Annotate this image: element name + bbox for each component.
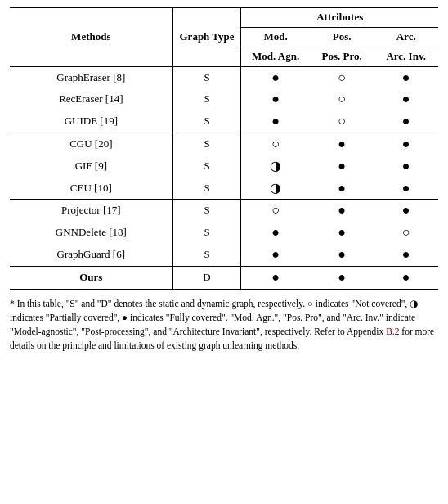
pos-cell: ○ [310,88,374,110]
arc-cell: ● [374,110,438,133]
method-cell: Projector [17] [10,200,172,222]
table-footnote: * In this table, "S" and "D" denotes the… [10,297,438,353]
arc-cell: ○ [374,222,438,244]
arc-cell: ● [374,178,438,200]
pos-pro-header: Pos. [310,27,374,47]
mod-cell: ● [241,222,310,244]
graph-type-cell: S [172,200,241,222]
graph-type-cell: S [172,88,241,110]
mod-cell: ● [241,110,310,133]
arc-cell: ● [374,155,438,178]
arc-cell: ● [374,133,438,155]
mod-cell: ◑ [241,178,310,200]
arc-inv-header: Arc. [374,27,438,47]
method-cell: Ours [10,266,172,289]
arc-cell: ● [374,66,438,88]
pos-cell: ● [310,155,374,178]
mod-cell: ◑ [241,155,310,178]
attributes-header: Attributes [241,7,438,27]
table-row: Projector [17]S○●● [10,200,438,222]
footnote-text: In this table, "S" and "D" denotes the s… [10,299,418,337]
comparison-table: Methods Graph Type Attributes Mod. Pos. … [10,7,438,290]
table-row: CEU [10]S◑●● [10,178,438,200]
pos-cell: ● [310,266,374,289]
graph-type-cell: S [172,244,241,266]
arc-cell: ● [374,200,438,222]
graph-type-cell: S [172,133,241,155]
mod-cell: ● [241,244,310,266]
mod-cell: ○ [241,200,310,222]
mod-cell: ● [241,66,310,88]
mod-cell: ● [241,88,310,110]
table-row: RecEraser [14]S●○● [10,88,438,110]
table-row: GNNDelete [18]S●●○ [10,222,438,244]
arc-cell: ● [374,244,438,266]
method-cell: GUIDE [19] [10,110,172,133]
table-row: OursD●●● [10,266,438,289]
graph-type-cell: S [172,66,241,88]
pos-cell: ● [310,222,374,244]
mod-agn-sub: Mod. Agn. [241,47,310,66]
method-cell: CEU [10] [10,178,172,200]
arc-cell: ● [374,88,438,110]
table-row: GraphGuard [6]S●●● [10,244,438,266]
footnote-link[interactable]: B.2 [386,326,399,336]
mod-agn-header: Mod. [241,27,310,47]
table-row: CGU [20]S○●● [10,133,438,155]
footnote-asterisk: * [10,299,17,308]
method-cell: GIF [9] [10,155,172,178]
methods-header: Methods [10,7,172,66]
table-container: Methods Graph Type Attributes Mod. Pos. … [10,7,438,353]
pos-cell: ○ [310,66,374,88]
method-cell: RecEraser [14] [10,88,172,110]
arc-inv-sub: Arc. Inv. [374,47,438,66]
pos-pro-sub: Pos. Pro. [310,47,374,66]
table-row: GUIDE [19]S●○● [10,110,438,133]
method-cell: GraphEraser [8] [10,66,172,88]
graph-type-cell: S [172,110,241,133]
graph-type-cell: S [172,178,241,200]
graph-type-cell: D [172,266,241,289]
pos-cell: ● [310,178,374,200]
mod-cell: ● [241,266,310,289]
method-cell: GNNDelete [18] [10,222,172,244]
method-cell: GraphGuard [6] [10,244,172,266]
table-row: GraphEraser [8]S●○● [10,66,438,88]
mod-cell: ○ [241,133,310,155]
graph-type-cell: S [172,155,241,178]
method-cell: CGU [20] [10,133,172,155]
arc-cell: ● [374,266,438,289]
pos-cell: ● [310,244,374,266]
table-row: GIF [9]S◑●● [10,155,438,178]
pos-cell: ● [310,200,374,222]
pos-cell: ● [310,133,374,155]
graph-type-cell: S [172,222,241,244]
graph-type-header: Graph Type [172,7,241,66]
pos-cell: ○ [310,110,374,133]
header-row-top: Methods Graph Type Attributes [10,7,438,27]
